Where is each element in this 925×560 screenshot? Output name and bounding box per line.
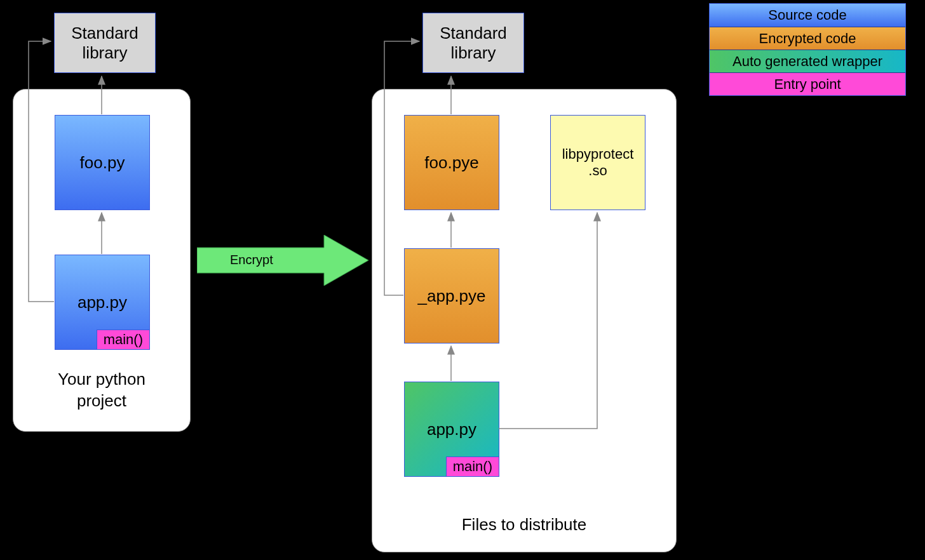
left-foo-box: foo.py <box>55 115 150 210</box>
right-main-badge: main() <box>446 457 499 477</box>
legend-wrapper: Auto generated wrapper <box>710 50 905 72</box>
right-lib-label: libpyprotect .so <box>562 146 634 180</box>
right-container: foo.pye _app.pye app.py main() libpyprot… <box>372 89 677 552</box>
right-app-wrap-box: app.py main() <box>404 382 499 477</box>
legend-entry: Entry point <box>710 72 905 95</box>
right-app-wrap-label: app.py <box>427 420 476 439</box>
right-lib-box: libpyprotect .so <box>550 115 645 210</box>
left-app-box: app.py main() <box>55 255 150 350</box>
right-app-enc-box: _app.pye <box>404 248 499 343</box>
encrypt-label: Encrypt <box>230 253 273 267</box>
left-caption: Your pythonproject <box>13 369 190 412</box>
legend: Source code Encrypted code Auto generate… <box>709 3 906 96</box>
left-main-badge: main() <box>97 330 150 350</box>
left-app-label: app.py <box>78 293 127 312</box>
encrypt-arrow: Encrypt <box>197 235 368 286</box>
left-container: foo.py app.py main() Your pythonproject <box>13 89 191 432</box>
right-foo-box: foo.pye <box>404 115 499 210</box>
svg-marker-0 <box>197 235 368 286</box>
legend-encrypted: Encrypted code <box>710 27 905 50</box>
right-stdlib-box: Standardlibrary <box>422 13 524 73</box>
right-caption: Files to distribute <box>372 514 676 536</box>
legend-source: Source code <box>710 4 905 27</box>
left-stdlib-box: Standardlibrary <box>54 13 156 73</box>
